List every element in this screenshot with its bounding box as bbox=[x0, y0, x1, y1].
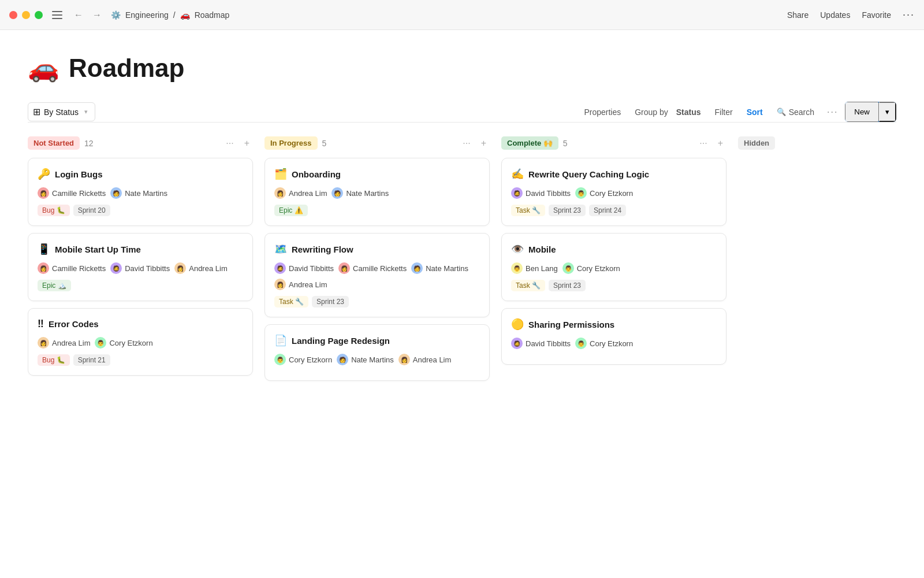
back-button[interactable]: ← bbox=[72, 9, 85, 21]
card-emoji-rewriting-flow: 🗺️ bbox=[274, 243, 287, 255]
card-person: 👩Andrea Lim bbox=[174, 262, 227, 274]
updates-button[interactable]: Updates bbox=[820, 10, 850, 20]
sort-button[interactable]: Sort bbox=[741, 104, 769, 120]
card-people-error-codes: 👩Andrea Lim👨Cory Etzkorn bbox=[38, 337, 243, 349]
breadcrumb-engineering[interactable]: Engineering bbox=[125, 10, 169, 20]
new-button-group: New ▾ bbox=[845, 102, 896, 122]
column-add-complete[interactable]: + bbox=[714, 137, 726, 150]
group-by-button[interactable]: Group by Status bbox=[629, 104, 706, 120]
card-title-rewrite-query: ✍️Rewrite Query Caching Logic bbox=[511, 168, 717, 180]
avatar: 🧔 bbox=[511, 187, 523, 199]
card-person: 👩Andrea Lim bbox=[398, 354, 451, 365]
card-person: 👨Cory Etzkorn bbox=[575, 187, 633, 199]
tag: Sprint 23 bbox=[549, 280, 586, 291]
card-title-login-bugs: 🔑Login Bugs bbox=[38, 168, 243, 180]
tag: Sprint 23 bbox=[312, 296, 349, 307]
tag: Sprint 23 bbox=[549, 205, 586, 216]
breadcrumb: ⚙️ Engineering / 🚗 Roadmap bbox=[111, 10, 229, 20]
close-button[interactable] bbox=[9, 11, 17, 19]
column-header-complete: Complete 🙌5···+ bbox=[501, 136, 726, 150]
column-header-hidden: Hidden bbox=[738, 136, 784, 150]
card-person: 👩Andrea Lim bbox=[38, 337, 90, 349]
tag: Bug 🐛 bbox=[38, 354, 70, 366]
person-name: Nate Martins bbox=[426, 264, 468, 273]
card-people-sharing-permissions: 🧔David Tibbitts👨Cory Etzkorn bbox=[511, 338, 717, 349]
tag: Task 🔧 bbox=[274, 296, 308, 307]
card-emoji-mobile-startup: 📱 bbox=[38, 243, 50, 255]
tag: Epic ⚠️ bbox=[274, 205, 308, 216]
column-more-in-progress[interactable]: ··· bbox=[459, 137, 474, 150]
card-people-login-bugs: 👩Camille Ricketts🧑Nate Martins bbox=[38, 187, 243, 199]
card-login-bugs[interactable]: 🔑Login Bugs👩Camille Ricketts🧑Nate Martin… bbox=[28, 158, 253, 226]
column-complete: Complete 🙌5···+✍️Rewrite Query Caching L… bbox=[501, 136, 726, 523]
breadcrumb-roadmap[interactable]: Roadmap bbox=[195, 10, 230, 20]
tag: Sprint 20 bbox=[73, 205, 110, 216]
column-more-not-started[interactable]: ··· bbox=[222, 137, 237, 150]
card-tags-onboarding: Epic ⚠️ bbox=[274, 205, 480, 216]
card-tags-login-bugs: Bug 🐛Sprint 20 bbox=[38, 205, 243, 216]
share-button[interactable]: Share bbox=[787, 10, 808, 20]
person-name: Andrea Lim bbox=[289, 280, 327, 289]
avatar: 👩 bbox=[274, 187, 286, 199]
person-name: Andrea Lim bbox=[413, 355, 451, 364]
person-name: Camille Ricketts bbox=[52, 264, 106, 273]
person-name: Andrea Lim bbox=[52, 339, 90, 347]
card-tags-error-codes: Bug 🐛Sprint 21 bbox=[38, 354, 243, 366]
menu-icon[interactable] bbox=[52, 11, 62, 19]
tag: Bug 🐛 bbox=[38, 205, 70, 216]
filter-button[interactable]: Filter bbox=[709, 104, 739, 120]
person-name: Nate Martins bbox=[351, 355, 394, 364]
person-name: Andrea Lim bbox=[189, 264, 227, 273]
page-title: Roadmap bbox=[69, 54, 184, 83]
person-name: Nate Martins bbox=[125, 189, 167, 198]
search-button[interactable]: 🔍 Search bbox=[771, 104, 820, 120]
card-onboarding[interactable]: 🗂️Onboarding👩Andrea Lim🧑Nate MartinsEpic… bbox=[264, 158, 490, 226]
page-title-area: 🚗 Roadmap bbox=[28, 53, 896, 83]
tag: Task 🔧 bbox=[511, 205, 545, 216]
page-title-emoji: 🚗 bbox=[28, 53, 59, 83]
card-rewrite-query[interactable]: ✍️Rewrite Query Caching Logic🧔David Tibb… bbox=[501, 158, 726, 226]
column-add-not-started[interactable]: + bbox=[241, 137, 253, 150]
toolbar-items: Properties Group by Status Filter Sort 🔍… bbox=[578, 102, 896, 122]
avatar: 👩 bbox=[338, 262, 350, 274]
person-name: David Tibbitts bbox=[526, 339, 571, 348]
card-mobile[interactable]: 👁️Mobile👨Ben Lang👨Cory EtzkornTask 🔧Spri… bbox=[501, 233, 726, 301]
tag: Sprint 21 bbox=[73, 354, 110, 366]
favorite-button[interactable]: Favorite bbox=[862, 10, 891, 20]
column-actions-complete: ···+ bbox=[696, 137, 726, 150]
column-not-started: Not Started12···+🔑Login Bugs👩Camille Ric… bbox=[28, 136, 253, 523]
properties-button[interactable]: Properties bbox=[578, 104, 627, 120]
nav-arrows: ← → bbox=[72, 9, 104, 21]
minimize-button[interactable] bbox=[22, 11, 30, 19]
person-name: Andrea Lim bbox=[289, 189, 327, 198]
card-person: 🧑Nate Martins bbox=[411, 262, 468, 274]
card-rewriting-flow[interactable]: 🗺️Rewriting Flow🧔David Tibbitts👩Camille … bbox=[264, 233, 490, 317]
view-icon: ⊞ bbox=[33, 106, 40, 117]
new-button[interactable]: New bbox=[845, 102, 879, 122]
chevron-down-icon: ▾ bbox=[84, 108, 88, 116]
titlebar: ← → ⚙️ Engineering / 🚗 Roadmap Share Upd… bbox=[0, 0, 924, 30]
column-add-in-progress[interactable]: + bbox=[478, 137, 490, 150]
column-more-complete[interactable]: ··· bbox=[696, 137, 710, 150]
card-sharing-permissions[interactable]: 🟡Sharing Permissions🧔David Tibbitts👨Cory… bbox=[501, 308, 726, 365]
new-dropdown-button[interactable]: ▾ bbox=[879, 102, 896, 122]
person-name: Cory Etzkorn bbox=[590, 339, 633, 348]
person-name: Cory Etzkorn bbox=[109, 339, 152, 347]
more-options-button[interactable]: ··· bbox=[903, 9, 915, 21]
card-person: 🧔David Tibbitts bbox=[274, 262, 334, 274]
person-name: Camille Ricketts bbox=[353, 264, 407, 273]
card-error-codes[interactable]: ‼️Error Codes👩Andrea Lim👨Cory EtzkornBug… bbox=[28, 308, 253, 376]
avatar: 👩 bbox=[274, 279, 286, 290]
card-landing-page[interactable]: 📄Landing Page Redesign👨Cory Etzkorn🧑Nate… bbox=[264, 324, 490, 381]
view-switcher[interactable]: ⊞ By Status ▾ bbox=[28, 102, 95, 121]
forward-button[interactable]: → bbox=[90, 9, 104, 21]
card-tags-mobile: Task 🔧Sprint 23 bbox=[511, 280, 717, 291]
card-mobile-startup[interactable]: 📱Mobile Start Up Time👩Camille Ricketts🧔D… bbox=[28, 233, 253, 301]
card-title-mobile: 👁️Mobile bbox=[511, 243, 717, 255]
card-person: 🧑Nate Martins bbox=[337, 354, 394, 365]
toolbar-more-button[interactable]: ··· bbox=[822, 103, 843, 121]
maximize-button[interactable] bbox=[35, 11, 43, 19]
person-name: Nate Martins bbox=[346, 189, 389, 198]
card-people-mobile: 👨Ben Lang👨Cory Etzkorn bbox=[511, 262, 717, 274]
search-icon: 🔍 bbox=[777, 108, 786, 116]
